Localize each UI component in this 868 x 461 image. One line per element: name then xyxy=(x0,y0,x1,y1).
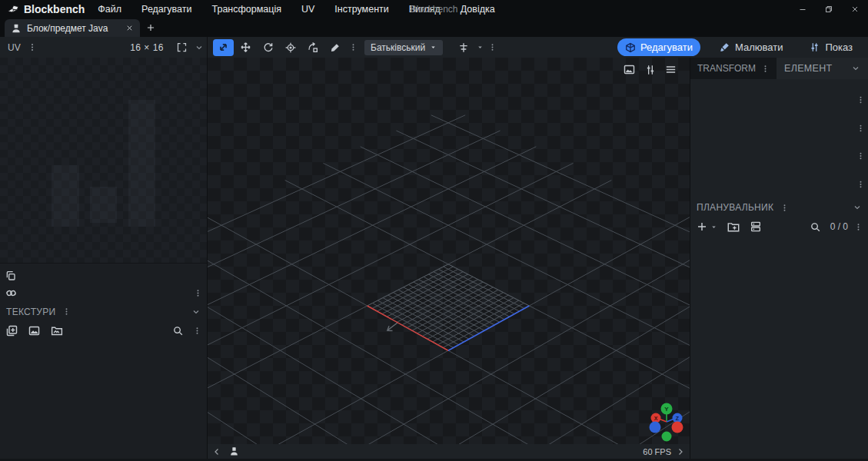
textures-menu-kebab-icon[interactable] xyxy=(62,307,71,317)
main-toolbar: UV 16 × 16 xyxy=(0,37,868,58)
right-panel: TRANSFORM ЕЛЕМЕНТ xyxy=(690,58,868,459)
element-size-menu[interactable] xyxy=(856,122,865,134)
textures-toolbar-kebab-icon[interactable] xyxy=(193,326,201,336)
tool-pivot-button[interactable] xyxy=(280,39,301,56)
left-panel: ТЕКСТУРИ xyxy=(0,58,208,459)
transform-kebab-icon[interactable] xyxy=(761,64,770,74)
uv-panel-label: UV xyxy=(8,42,21,53)
outliner-count: 0 / 0 xyxy=(830,221,848,232)
textures-collapse-chevron-icon[interactable] xyxy=(191,307,201,317)
uv-link-row xyxy=(0,284,207,302)
new-tab-button[interactable] xyxy=(143,20,158,35)
mode-edit-button[interactable]: Редагувати xyxy=(617,38,700,56)
tool-pencil-button[interactable] xyxy=(324,39,345,56)
menu-tools[interactable]: Інструменти xyxy=(324,4,398,15)
cube-icon xyxy=(625,42,636,53)
add-element-caret-icon xyxy=(710,224,717,230)
uv-editor-canvas[interactable] xyxy=(0,58,207,264)
menu-edit[interactable]: Редагувати xyxy=(131,4,201,15)
sliders-icon xyxy=(809,41,820,53)
project-tab[interactable]: Блок/предмет Java xyxy=(5,19,140,37)
outliner-search-icon[interactable] xyxy=(810,221,821,233)
tool-vertex-snap-button[interactable] xyxy=(302,39,323,56)
element-collapse-chevron-icon[interactable] xyxy=(851,64,860,73)
uv-ghost-region xyxy=(128,100,155,227)
add-element-button[interactable] xyxy=(696,221,717,233)
statusbar-chevron-left-icon[interactable] xyxy=(212,447,221,456)
player-model-icon xyxy=(11,23,22,34)
textures-header-label: ТЕКСТУРИ xyxy=(6,307,55,317)
statusbar-model-icon[interactable] xyxy=(229,446,239,456)
statusbar-chevron-right-icon[interactable] xyxy=(676,447,685,456)
mode-display-label: Показ xyxy=(825,41,853,53)
import-texture-folder-icon[interactable] xyxy=(50,324,64,337)
gizmo-z-negative[interactable] xyxy=(650,422,661,433)
close-icon xyxy=(850,5,860,14)
rotation-space-dropdown[interactable]: Батьківський xyxy=(364,40,443,55)
outliner-header-label: ПЛАНУВАЛЬНИК xyxy=(697,202,773,213)
texture-search-icon[interactable] xyxy=(172,325,184,337)
kebab-icon xyxy=(856,151,865,161)
uv-panel-toolbar: UV 16 × 16 xyxy=(0,37,208,58)
blockbench-window: Blockbench Файл Редагувати Трансформація… xyxy=(0,0,868,461)
menu-uv[interactable]: UV xyxy=(291,4,324,15)
create-texture-icon[interactable] xyxy=(5,324,18,337)
kebab-icon xyxy=(856,123,865,134)
viewport-corner-icons xyxy=(623,63,677,76)
add-group-icon[interactable] xyxy=(727,221,740,234)
tab-close-button[interactable] xyxy=(123,22,135,35)
uv-row-kebab-icon[interactable] xyxy=(194,288,202,298)
element-rotation-menu[interactable] xyxy=(856,178,865,191)
mode-paint-label: Малювати xyxy=(735,41,783,53)
restore-button[interactable] xyxy=(816,0,842,18)
mode-display-button[interactable]: Показ xyxy=(801,38,860,56)
gizmo-x-label: X xyxy=(654,416,658,421)
mirror-caret-icon[interactable] xyxy=(477,44,484,51)
element-tab[interactable]: ЕЛЕМЕНТ xyxy=(777,58,868,79)
link-icon[interactable] xyxy=(5,287,18,300)
fps-counter: 60 FPS xyxy=(643,447,671,456)
copy-icon[interactable] xyxy=(5,270,17,282)
uv-ghost-region xyxy=(52,165,79,227)
uv-toolbar-chevron-icon[interactable] xyxy=(195,43,204,52)
mirror-icon xyxy=(457,41,470,54)
tool-resize-button[interactable] xyxy=(235,39,256,56)
gizmo-y-negative[interactable] xyxy=(662,432,672,442)
kebab-icon xyxy=(856,179,865,190)
minimize-icon xyxy=(798,5,807,14)
viewport-3d[interactable]: Y X Z xyxy=(208,58,690,444)
menu-help[interactable]: Довідка xyxy=(451,4,505,15)
element-pivot-menu[interactable] xyxy=(856,150,865,162)
viewport-menu-icon[interactable] xyxy=(664,63,677,76)
mirror-modeling-button[interactable] xyxy=(453,39,474,56)
reference-image-icon[interactable] xyxy=(623,63,636,76)
north-marker-icon xyxy=(387,323,397,331)
outliner-collapse-chevron-icon[interactable] xyxy=(853,203,862,212)
outliner-toolbar-kebab-icon[interactable] xyxy=(854,222,863,232)
mode-paint-button[interactable]: Малювати xyxy=(711,38,790,56)
viewport-settings-sliders-icon[interactable] xyxy=(644,63,657,76)
kebab-icon xyxy=(856,95,865,105)
outliner-toggles-icon[interactable] xyxy=(750,221,762,233)
close-window-button[interactable] xyxy=(842,0,868,18)
transform-label: TRANSFORM xyxy=(697,63,756,74)
titlebar: Blockbench Файл Редагувати Трансформація… xyxy=(0,0,868,18)
minimize-button[interactable] xyxy=(790,0,816,18)
tool-move-button[interactable] xyxy=(213,39,234,56)
app-brand: Blockbench xyxy=(7,3,85,15)
tool-rotate-button[interactable] xyxy=(258,39,278,56)
gizmo-x-negative[interactable] xyxy=(672,422,683,433)
import-texture-icon[interactable] xyxy=(28,324,41,337)
menu-file[interactable]: Файл xyxy=(88,4,131,15)
view-gizmo[interactable]: Y X Z xyxy=(643,398,690,444)
outliner-menu-kebab-icon[interactable] xyxy=(780,203,789,213)
outliner-toolbar: 0 / 0 xyxy=(690,217,868,237)
uv-panel-menu-kebab-icon[interactable] xyxy=(28,42,37,52)
toolbar-customize-kebab-icon[interactable] xyxy=(349,42,358,52)
transform-tab[interactable]: TRANSFORM xyxy=(690,58,777,79)
menu-transform[interactable]: Трансформація xyxy=(202,4,291,15)
element-position-menu[interactable] xyxy=(856,94,865,106)
uv-frame-icon[interactable] xyxy=(176,41,188,53)
toolbar-kebab-icon[interactable] xyxy=(488,42,497,52)
pivot-icon xyxy=(284,41,297,54)
